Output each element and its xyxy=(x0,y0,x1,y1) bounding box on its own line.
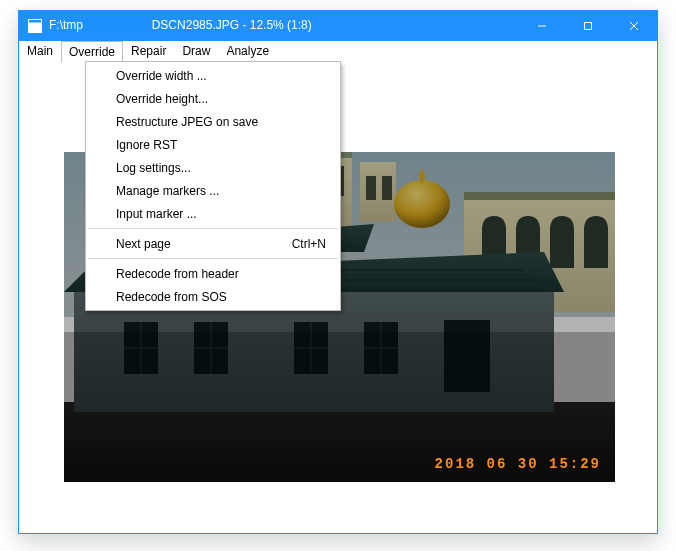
menu-item-label: Manage markers ... xyxy=(116,184,314,198)
override-dropdown: Override width ... Override height... Re… xyxy=(85,61,341,311)
menu-separator xyxy=(88,258,338,259)
title-redacted-segment xyxy=(90,19,144,32)
menu-log-settings[interactable]: Log settings... xyxy=(86,156,340,179)
svg-rect-39 xyxy=(64,332,615,482)
app-window: F:\tmp DSCN2985.JPG - 12.5% (1:8) Main O… xyxy=(18,10,658,534)
menu-item-label: Input marker ... xyxy=(116,207,314,221)
menu-override[interactable]: Override xyxy=(61,41,123,63)
menu-item-label: Override width ... xyxy=(116,69,314,83)
menu-repair[interactable]: Repair xyxy=(123,41,174,61)
menu-item-label: Redecode from header xyxy=(116,267,314,281)
menu-override-width[interactable]: Override width ... xyxy=(86,64,340,87)
menu-input-marker[interactable]: Input marker ... xyxy=(86,202,340,225)
menu-draw[interactable]: Draw xyxy=(174,41,218,61)
menu-main[interactable]: Main xyxy=(19,41,61,61)
window-title: F:\tmp DSCN2985.JPG - 12.5% (1:8) xyxy=(49,18,519,33)
menu-label: Draw xyxy=(182,44,210,58)
close-button[interactable] xyxy=(611,11,657,41)
menu-item-label: Restructure JPEG on save xyxy=(116,115,314,129)
menu-item-label: Ignore RST xyxy=(116,138,314,152)
menu-next-page[interactable]: Next pageCtrl+N xyxy=(86,232,340,255)
menu-item-label: Redecode from SOS xyxy=(116,290,314,304)
title-path-end: DSCN2985.JPG - 12.5% (1:8) xyxy=(152,18,312,32)
window-control-buttons xyxy=(519,11,657,41)
title-path-start: F:\tmp xyxy=(49,18,83,32)
menu-label: Main xyxy=(27,44,53,58)
minimize-button[interactable] xyxy=(519,11,565,41)
maximize-button[interactable] xyxy=(565,11,611,41)
app-icon xyxy=(27,18,43,34)
menu-item-label: Log settings... xyxy=(116,161,314,175)
menu-ignore-rst[interactable]: Ignore RST xyxy=(86,133,340,156)
menu-redecode-sos[interactable]: Redecode from SOS xyxy=(86,285,340,308)
menu-separator xyxy=(88,228,338,229)
menu-label: Repair xyxy=(131,44,166,58)
menu-bar: Main Override Repair Draw Analyze xyxy=(19,41,657,62)
menu-restructure-jpeg[interactable]: Restructure JPEG on save xyxy=(86,110,340,133)
title-bar[interactable]: F:\tmp DSCN2985.JPG - 12.5% (1:8) xyxy=(19,11,657,41)
menu-label: Override xyxy=(69,45,115,59)
menu-analyze[interactable]: Analyze xyxy=(218,41,277,61)
svg-rect-4 xyxy=(585,23,592,30)
menu-redecode-header[interactable]: Redecode from header xyxy=(86,262,340,285)
menu-label: Analyze xyxy=(226,44,269,58)
menu-item-label: Override height... xyxy=(116,92,314,106)
menu-item-label: Next page xyxy=(116,237,280,251)
menu-override-height[interactable]: Override height... xyxy=(86,87,340,110)
menu-manage-markers[interactable]: Manage markers ... xyxy=(86,179,340,202)
menu-item-accel: Ctrl+N xyxy=(292,237,326,251)
